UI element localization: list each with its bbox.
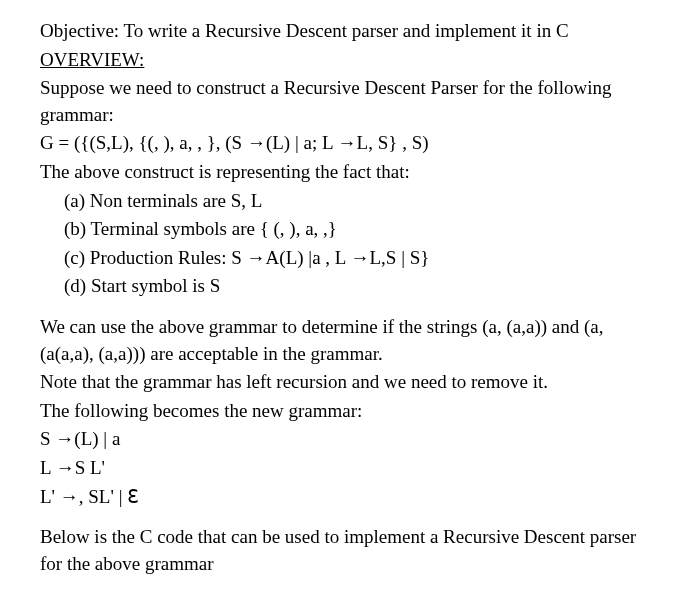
fact-list: (a) Non terminals are S, L (b) Terminal … (40, 188, 660, 300)
list-item-d: (d) Start symbol is S (64, 273, 660, 300)
grammar-line-1: S →(L) | a (40, 426, 660, 453)
new-grammar-intro: The following becomes the new grammar: (40, 398, 660, 425)
list-item-b: (b) Terminal symbols are { (, ), a, ,} (64, 216, 660, 243)
usage-paragraph: We can use the above grammar to determin… (40, 314, 660, 367)
new-grammar-block: S →(L) | a L →S L' L' →, SL' | Ɛ (40, 426, 660, 510)
overview-heading: OVERVIEW: (40, 47, 660, 74)
grammar-line-2: L →S L' (40, 455, 660, 482)
overview-intro: Suppose we need to construct a Recursive… (40, 75, 660, 128)
left-recursion-note: Note that the grammar has left recursion… (40, 369, 660, 396)
grammar-line-3: L' →, SL' | Ɛ (40, 484, 660, 511)
list-item-a: (a) Non terminals are S, L (64, 188, 660, 215)
objective-text: Objective: To write a Recursive Descent … (40, 18, 660, 45)
grammar-definition: G = ({(S,L), {(, ), a, , }, (S →(L) | a;… (40, 130, 660, 157)
grammar-fact-intro: The above construct is representing the … (40, 159, 660, 186)
list-item-c: (c) Production Rules: S →A(L) |a , L →L,… (64, 245, 660, 272)
closing-paragraph: Below is the C code that can be used to … (40, 524, 660, 577)
